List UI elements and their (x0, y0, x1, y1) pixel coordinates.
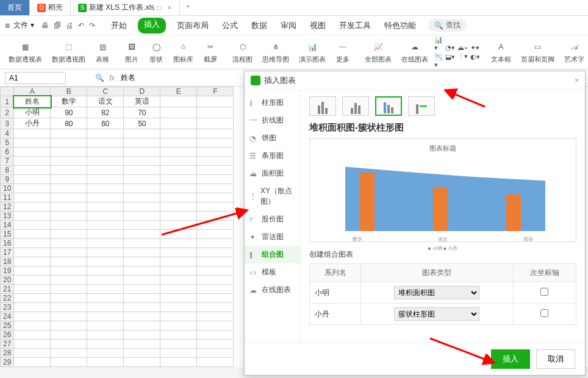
combo-series-0-type[interactable]: 堆积面积图 (394, 286, 479, 299)
chart-type-column[interactable]: ⫿柱形图 (245, 94, 300, 112)
col-F[interactable]: F (197, 87, 234, 96)
ribbon-presentchart[interactable]: 📊演示图表 (295, 39, 329, 65)
menu-start[interactable]: 开始 (109, 18, 129, 34)
qat-redo-icon[interactable]: ↷ (89, 21, 95, 30)
tab-daoke[interactable]: D稻壳 (30, 0, 71, 15)
cell-F2[interactable] (197, 107, 234, 118)
chart-type-template[interactable]: ▭模板 (245, 263, 300, 281)
cell-B2[interactable]: 90 (51, 107, 87, 118)
menu-insert[interactable]: 插入 (138, 18, 166, 34)
chart-type-radar[interactable]: ✦雷达图 (245, 228, 300, 246)
cell-D2[interactable]: 70 (124, 107, 160, 118)
qat-preview-icon[interactable]: 🗐 (54, 21, 61, 30)
combo-subtype-1[interactable] (309, 96, 336, 116)
combo-subtype-2[interactable] (342, 96, 369, 116)
app-menu-icon[interactable]: ≡ (5, 21, 10, 30)
menu-formula[interactable]: 公式 (220, 18, 240, 34)
tab-refresh-icon[interactable]: □ (157, 4, 161, 12)
cell-B1[interactable]: 数学 (51, 96, 87, 107)
ribbon-headerfooter[interactable]: ▭页眉和页脚 (517, 39, 558, 65)
ribbon-picture[interactable]: 🖼图片 (121, 39, 143, 65)
chart-type-stock[interactable]: ⫯股价图 (245, 210, 300, 228)
ribbon-chartgallery1[interactable]: 📊▾ (434, 36, 443, 52)
ribbon-onlinecharts[interactable]: ☁在线图表 (398, 39, 432, 65)
chart-type-pie[interactable]: ◔饼图 (245, 129, 300, 147)
menu-review[interactable]: 审阅 (278, 18, 299, 34)
cell-A1[interactable]: 姓名 (14, 96, 51, 107)
ribbon-chartgallery8[interactable]: ◐▾ (470, 53, 480, 61)
ribbon-screenshot[interactable]: ✂截屏 (199, 39, 221, 65)
ribbon-chartgallery5[interactable]: ⛰▾ (457, 44, 468, 51)
chart-type-scatter[interactable]: ⋮XY（散点图） (245, 182, 300, 210)
ribbon-chartgallery2[interactable]: 📉▾ (434, 53, 443, 69)
menu-pagelayout[interactable]: 页面布局 (174, 18, 211, 34)
cell-E3[interactable] (160, 118, 197, 129)
cell-E2[interactable] (160, 107, 197, 118)
cell-D1[interactable]: 英语 (124, 96, 160, 107)
cancel-button[interactable]: 取消 (536, 349, 575, 369)
menu-view[interactable]: 视图 (307, 18, 328, 34)
formula-bar[interactable] (120, 73, 242, 84)
tab-document[interactable]: S 新建 XLS 工作表.xls □ × (71, 0, 180, 15)
ribbon-chartgallery4[interactable]: ⬓▾ (445, 53, 455, 61)
file-menu[interactable]: 文件 ▾ (13, 20, 34, 30)
chart-type-online[interactable]: ☁在线图表 (245, 281, 300, 299)
ribbon-iconlib[interactable]: ☆图标库 (170, 39, 197, 65)
magnify-icon[interactable]: 🔍 (95, 74, 104, 82)
tab-home[interactable]: 首页 (0, 0, 30, 15)
row-3[interactable]: 3 (1, 118, 14, 129)
chart-type-combo[interactable]: ⫿组合图 (245, 246, 300, 263)
name-box[interactable] (5, 72, 66, 84)
menu-dev[interactable]: 开发工具 (337, 18, 373, 34)
menu-special[interactable]: 特色功能 (382, 18, 418, 34)
cell-C3[interactable]: 60 (87, 118, 124, 129)
cell-A2[interactable]: 小明 (14, 107, 51, 118)
col-B[interactable]: B (51, 87, 87, 96)
cell-B3[interactable]: 80 (51, 118, 87, 129)
chart-type-line[interactable]: 〰折线图 (245, 112, 300, 129)
cell-F3[interactable] (197, 118, 234, 129)
combo-subtype-3[interactable] (375, 96, 402, 116)
col-D[interactable]: D (124, 87, 160, 96)
ribbon-mindmap[interactable]: ⋔思维导图 (259, 39, 293, 65)
ribbon-pivottable[interactable]: ▦数据透视表 (5, 39, 46, 65)
col-C[interactable]: C (87, 87, 124, 96)
combo-series-0-secondary[interactable] (540, 288, 548, 296)
chart-type-bar[interactable]: ☰条形图 (245, 147, 300, 165)
ribbon-wordart[interactable]: 𝒜艺术字 (561, 39, 588, 65)
col-E[interactable]: E (160, 87, 197, 96)
chart-type-area[interactable]: ⛰面积图 (245, 165, 300, 182)
dialog-close-button[interactable]: × (575, 76, 579, 85)
cell-C1[interactable]: 语文 (87, 96, 124, 107)
cell-D3[interactable]: 50 (124, 118, 160, 129)
row-2[interactable]: 2 (1, 107, 14, 118)
cell-F1[interactable] (197, 96, 234, 107)
close-icon[interactable]: × (168, 4, 172, 12)
combo-subtype-4[interactable] (408, 96, 435, 116)
qat-undo-icon[interactable]: ↶ (78, 21, 84, 30)
fx-icon[interactable]: fx (109, 74, 115, 82)
ribbon-chartgallery3[interactable]: ◔▾ (445, 44, 455, 52)
new-tab-button[interactable]: + (180, 0, 196, 15)
ribbon-table[interactable]: ▤表格 (91, 39, 113, 65)
row-1[interactable]: 1 (1, 96, 14, 107)
combo-series-1-type[interactable]: 簇状柱形图 (394, 307, 479, 321)
ribbon-allcharts[interactable]: 📈全部图表 (361, 39, 395, 65)
qat-save-icon[interactable]: 🖶 (41, 21, 49, 30)
combo-series-1-secondary[interactable] (540, 309, 548, 317)
cell-C2[interactable]: 82 (87, 107, 124, 118)
search-button[interactable]: 🔍 查找 (428, 19, 467, 32)
ribbon-chartgallery7[interactable]: ✦▾ (470, 44, 480, 52)
ribbon-textbox[interactable]: A文本框 (487, 39, 515, 65)
col-A[interactable]: A (14, 87, 51, 96)
ribbon-more[interactable]: ⋯更多 (332, 39, 354, 65)
ribbon-chartgallery6[interactable]: ⋮▾ (457, 52, 468, 60)
qat-print-icon[interactable]: 🖨 (66, 21, 73, 30)
ribbon-pivotchart[interactable]: ⬚数据透视图 (48, 39, 89, 65)
bar-chart-icon: ☰ (249, 152, 258, 160)
ribbon-flowchart[interactable]: ⬡流程图 (229, 39, 256, 65)
cell-E1[interactable] (160, 96, 197, 107)
cell-A3[interactable]: 小丹 (14, 118, 51, 129)
ribbon-shape[interactable]: ◯形状 (145, 39, 167, 65)
menu-data[interactable]: 数据 (249, 18, 270, 34)
